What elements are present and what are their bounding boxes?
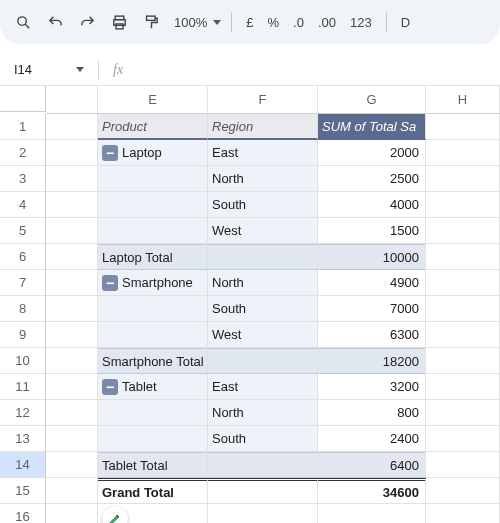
pivot-subtotal-label[interactable]: Laptop Total	[98, 244, 208, 270]
pivot-group[interactable]	[98, 192, 208, 218]
pivot-value[interactable]: 3200	[318, 374, 426, 400]
cell[interactable]	[46, 374, 98, 400]
cell[interactable]	[46, 270, 98, 296]
cell[interactable]	[426, 140, 500, 166]
increase-decimal-button[interactable]: .00	[314, 15, 340, 30]
cell[interactable]	[426, 322, 500, 348]
pivot-header-product[interactable]: Product	[98, 114, 208, 140]
font-dropdown-trunc[interactable]: D	[397, 15, 414, 30]
cell[interactable]	[46, 348, 98, 374]
col-header[interactable]	[46, 86, 98, 114]
cell[interactable]	[426, 296, 500, 322]
pivot-group[interactable]	[98, 218, 208, 244]
cell[interactable]	[318, 504, 426, 523]
pivot-group[interactable]	[98, 322, 208, 348]
row-header[interactable]: 4	[0, 192, 46, 218]
pivot-region[interactable]: South	[208, 296, 318, 322]
cell[interactable]	[46, 166, 98, 192]
cell[interactable]	[426, 218, 500, 244]
pivot-value[interactable]: 1500	[318, 218, 426, 244]
pivot-value[interactable]: 4000	[318, 192, 426, 218]
pivot-value[interactable]: 7000	[318, 296, 426, 322]
row-header[interactable]: 10	[0, 348, 46, 374]
pivot-subtotal[interactable]	[208, 244, 318, 270]
pivot-group[interactable]: −Laptop	[98, 140, 208, 166]
cell[interactable]	[46, 296, 98, 322]
undo-icon[interactable]	[42, 9, 68, 35]
pivot-region[interactable]: North	[208, 400, 318, 426]
select-all-corner[interactable]	[0, 86, 46, 112]
collapse-icon[interactable]: −	[102, 379, 118, 395]
pivot-header-region[interactable]: Region	[208, 114, 318, 140]
cell[interactable]	[46, 218, 98, 244]
row-header[interactable]: 9	[0, 322, 46, 348]
pivot-region[interactable]: South	[208, 192, 318, 218]
spreadsheet-grid[interactable]: E F G H 1 Product Region SUM of Total Sa…	[0, 86, 500, 523]
row-header[interactable]: 3	[0, 166, 46, 192]
cell[interactable]	[426, 478, 500, 504]
col-header[interactable]: E	[98, 86, 208, 114]
pivot-group[interactable]: −Smartphone	[98, 270, 208, 296]
pivot-region[interactable]: West	[208, 218, 318, 244]
pivot-value[interactable]: 6300	[318, 322, 426, 348]
search-icon[interactable]	[10, 9, 36, 35]
cell[interactable]	[46, 140, 98, 166]
row-header[interactable]: 5	[0, 218, 46, 244]
cell[interactable]	[208, 504, 318, 523]
pivot-subtotal-label[interactable]: Smartphone Total	[98, 348, 208, 374]
cell[interactable]	[426, 426, 500, 452]
currency-button[interactable]: £	[242, 15, 257, 30]
col-header[interactable]: F	[208, 86, 318, 114]
cell[interactable]	[426, 400, 500, 426]
pivot-value[interactable]: 2400	[318, 426, 426, 452]
pivot-group[interactable]	[98, 426, 208, 452]
cell[interactable]	[426, 374, 500, 400]
pivot-group[interactable]	[98, 166, 208, 192]
cell[interactable]	[426, 244, 500, 270]
collapse-icon[interactable]: −	[102, 145, 118, 161]
pivot-header-sum[interactable]: SUM of Total Sa	[318, 114, 426, 140]
row-header[interactable]: 7	[0, 270, 46, 296]
row-header[interactable]: 14	[0, 452, 46, 478]
pivot-subtotal-value[interactable]: 10000	[318, 244, 426, 270]
row-header[interactable]: 2	[0, 140, 46, 166]
pivot-grand[interactable]	[208, 478, 318, 504]
cell[interactable]	[46, 478, 98, 504]
row-header[interactable]: 1	[0, 114, 46, 140]
pivot-group[interactable]: −Tablet	[98, 374, 208, 400]
pivot-region[interactable]: North	[208, 166, 318, 192]
pivot-region[interactable]: West	[208, 322, 318, 348]
row-header[interactable]: 12	[0, 400, 46, 426]
pivot-region[interactable]: North	[208, 270, 318, 296]
row-header[interactable]: 16	[0, 504, 46, 523]
row-header[interactable]: 6	[0, 244, 46, 270]
row-header[interactable]: 13	[0, 426, 46, 452]
cell[interactable]	[46, 114, 98, 140]
pivot-subtotal[interactable]	[208, 452, 318, 478]
col-header[interactable]: G	[318, 86, 426, 114]
collapse-icon[interactable]: −	[102, 275, 118, 291]
cell[interactable]	[426, 114, 500, 140]
pivot-subtotal-value[interactable]: 18200	[318, 348, 426, 374]
cell[interactable]	[46, 244, 98, 270]
print-icon[interactable]	[106, 9, 132, 35]
pivot-value[interactable]: 800	[318, 400, 426, 426]
row-header[interactable]: 8	[0, 296, 46, 322]
name-box[interactable]: I14	[10, 60, 68, 79]
row-header[interactable]: 11	[0, 374, 46, 400]
chevron-down-icon[interactable]	[76, 67, 84, 72]
format-123-button[interactable]: 123	[346, 15, 376, 30]
col-header[interactable]: H	[426, 86, 500, 114]
cell[interactable]	[426, 452, 500, 478]
row-header[interactable]: 15	[0, 478, 46, 504]
cell[interactable]	[46, 322, 98, 348]
pivot-grand-label[interactable]: Grand Total	[98, 478, 208, 504]
pivot-subtotal-label[interactable]: Tablet Total	[98, 452, 208, 478]
pivot-region[interactable]: East	[208, 374, 318, 400]
pivot-value[interactable]: 4900	[318, 270, 426, 296]
pivot-value[interactable]: 2000	[318, 140, 426, 166]
pivot-region[interactable]: East	[208, 140, 318, 166]
pivot-grand-value[interactable]: 34600	[318, 478, 426, 504]
pivot-group[interactable]	[98, 296, 208, 322]
cell[interactable]	[46, 192, 98, 218]
